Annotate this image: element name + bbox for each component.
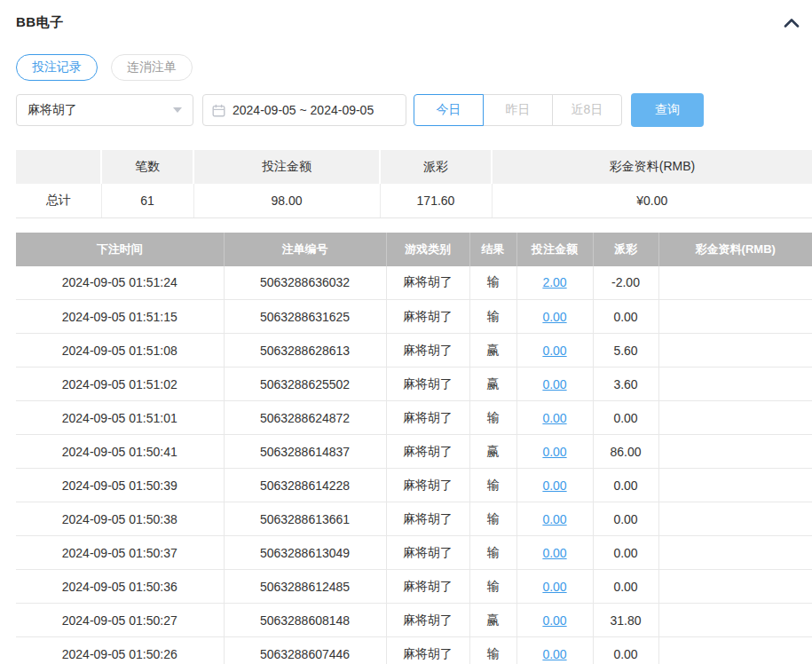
cell-payout: 0.00 xyxy=(593,469,658,502)
bet-amount-link[interactable]: 0.00 xyxy=(542,445,566,459)
bet-amount-link[interactable]: 0.00 xyxy=(542,377,566,391)
cell-bet: 0.00 xyxy=(516,334,593,368)
cell-game: 麻将胡了 xyxy=(386,401,469,435)
cell-jackpot xyxy=(658,604,812,637)
bet-amount-link[interactable]: 0.00 xyxy=(542,546,566,560)
cell-payout: 0.00 xyxy=(593,637,658,664)
cell-jackpot xyxy=(658,637,812,664)
page-container: BB电子 投注记录 连消注单 麻将胡了 xyxy=(16,0,812,664)
cell-game: 麻将胡了 xyxy=(386,502,469,536)
summary-header-payout: 派彩 xyxy=(380,150,492,184)
cell-order-no: 5063288613049 xyxy=(224,536,386,570)
summary-header-blank xyxy=(16,150,101,184)
cell-bet: 0.00 xyxy=(516,570,593,604)
cell-jackpot xyxy=(658,502,812,536)
cell-payout: 3.60 xyxy=(593,368,658,401)
cell-game: 麻将胡了 xyxy=(386,368,469,401)
calendar-icon xyxy=(212,104,225,117)
cell-result: 输 xyxy=(469,266,516,300)
cell-bet: 0.00 xyxy=(516,469,593,502)
table-row: 2024-09-05 01:51:085063288628613麻将胡了赢0.0… xyxy=(16,334,812,368)
bet-amount-link[interactable]: 0.00 xyxy=(542,580,566,594)
cell-result: 输 xyxy=(469,502,516,536)
tab-label: 投注记录 xyxy=(32,59,82,75)
summary-total-label: 总计 xyxy=(16,184,101,217)
cell-time: 2024-09-05 01:50:26 xyxy=(16,637,224,664)
cell-time: 2024-09-05 01:51:24 xyxy=(16,266,224,300)
cell-game: 麻将胡了 xyxy=(386,570,469,604)
cell-order-no: 5063288614837 xyxy=(224,435,386,469)
records-header-order-no: 注单编号 xyxy=(224,233,386,266)
cell-result: 输 xyxy=(469,469,516,502)
game-select-value: 麻将胡了 xyxy=(28,102,77,118)
cell-payout: 0.00 xyxy=(593,536,658,570)
bet-amount-link[interactable]: 0.00 xyxy=(542,310,566,324)
cell-game: 麻将胡了 xyxy=(386,300,469,334)
table-row: 2024-09-05 01:50:375063288613049麻将胡了输0.0… xyxy=(16,536,812,570)
cell-order-no: 5063288607446 xyxy=(224,637,386,664)
cell-time: 2024-09-05 01:51:08 xyxy=(16,334,224,368)
cell-result: 输 xyxy=(469,300,516,334)
search-button[interactable]: 查询 xyxy=(631,93,704,127)
bet-amount-link[interactable]: 0.00 xyxy=(542,411,566,425)
table-row: 2024-09-05 01:50:415063288614837麻将胡了赢0.0… xyxy=(16,435,812,469)
cell-game: 麻将胡了 xyxy=(386,266,469,300)
summary-total-jackpot: ¥0.00 xyxy=(492,184,812,217)
cell-time: 2024-09-05 01:50:37 xyxy=(16,536,224,570)
bet-amount-link[interactable]: 2.00 xyxy=(542,275,566,289)
chevron-down-icon xyxy=(173,107,182,113)
cell-result: 输 xyxy=(469,401,516,435)
cell-payout: 86.00 xyxy=(593,435,658,469)
cell-payout: 5.60 xyxy=(593,334,658,368)
cell-jackpot xyxy=(658,266,812,300)
records-table: 下注时间 注单编号 游戏类别 结果 投注金额 派彩 彩金资料(RMB) 2024… xyxy=(16,233,812,664)
cell-bet: 0.00 xyxy=(516,637,593,664)
bet-amount-link[interactable]: 0.00 xyxy=(542,478,566,493)
game-select[interactable]: 麻将胡了 xyxy=(16,94,193,126)
summary-total-bet-amount: 98.00 xyxy=(193,184,380,217)
cell-game: 麻将胡了 xyxy=(386,536,469,570)
cell-result: 赢 xyxy=(469,334,516,368)
cell-result: 输 xyxy=(469,637,516,664)
collapse-button[interactable] xyxy=(784,18,800,28)
cell-time: 2024-09-05 01:51:01 xyxy=(16,401,224,435)
cell-bet: 0.00 xyxy=(516,300,593,334)
cell-result: 赢 xyxy=(469,604,516,637)
cell-time: 2024-09-05 01:51:15 xyxy=(16,300,224,334)
date-range-value: 2024-09-05 ~ 2024-09-05 xyxy=(233,103,374,117)
range-yesterday-button[interactable]: 昨日 xyxy=(483,94,553,126)
cell-time: 2024-09-05 01:50:36 xyxy=(16,570,224,604)
cell-order-no: 5063288613661 xyxy=(224,502,386,536)
summary-table: 笔数 投注金额 派彩 彩金资料(RMB) 总计 61 98.00 171.60 … xyxy=(16,150,812,218)
cell-order-no: 5063288628613 xyxy=(224,334,386,368)
bet-amount-link[interactable]: 0.00 xyxy=(542,512,566,526)
cell-order-no: 5063288624872 xyxy=(224,401,386,435)
records-header-game: 游戏类别 xyxy=(386,233,469,266)
table-row: 2024-09-05 01:50:275063288608148麻将胡了赢0.0… xyxy=(16,604,812,637)
range-today-button[interactable]: 今日 xyxy=(414,94,484,126)
date-range-input[interactable]: 2024-09-05 ~ 2024-09-05 xyxy=(202,94,406,126)
cell-payout: 0.00 xyxy=(593,502,658,536)
tab-bet-records[interactable]: 投注记录 xyxy=(16,54,98,81)
bet-amount-link[interactable]: 0.00 xyxy=(542,647,566,661)
filter-bar: 麻将胡了 2024-09-05 ~ 2024-09-05 今日 昨日 近8日 查… xyxy=(16,93,812,127)
cell-bet: 0.00 xyxy=(516,435,593,469)
cell-game: 麻将胡了 xyxy=(386,334,469,368)
table-row: 2024-09-05 01:51:015063288624872麻将胡了输0.0… xyxy=(16,401,812,435)
bet-amount-link[interactable]: 0.00 xyxy=(542,344,566,358)
bet-amount-link[interactable]: 0.00 xyxy=(542,613,566,628)
records-header-result: 结果 xyxy=(469,233,516,266)
cell-time: 2024-09-05 01:50:39 xyxy=(16,469,224,502)
summary-total-payout: 171.60 xyxy=(380,184,492,217)
cell-order-no: 5063288608148 xyxy=(224,604,386,637)
cell-game: 麻将胡了 xyxy=(386,435,469,469)
tab-cascade-orders[interactable]: 连消注单 xyxy=(111,54,193,81)
tab-label: 连消注单 xyxy=(127,59,177,75)
cell-game: 麻将胡了 xyxy=(386,637,469,664)
range-last8days-button[interactable]: 近8日 xyxy=(552,94,622,126)
tab-bar: 投注记录 连消注单 xyxy=(16,54,812,81)
summary-header-row: 笔数 投注金额 派彩 彩金资料(RMB) xyxy=(16,150,812,184)
cell-jackpot xyxy=(658,300,812,334)
cell-bet: 0.00 xyxy=(516,368,593,401)
table-row: 2024-09-05 01:50:365063288612485麻将胡了输0.0… xyxy=(16,570,812,604)
